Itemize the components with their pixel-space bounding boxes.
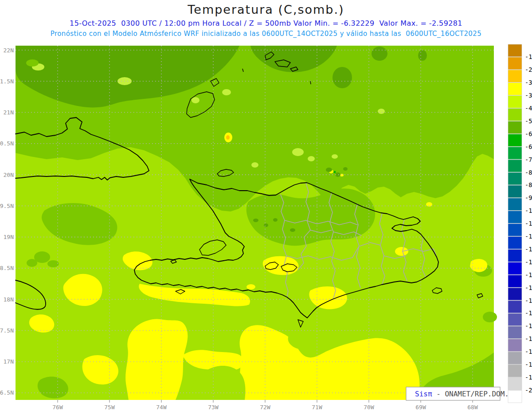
colorbar-label: -20	[525, 387, 532, 394]
colorbar-label: -10.9	[525, 220, 532, 227]
colorbar-swatch	[508, 172, 522, 185]
colorbar-swatch	[508, 211, 522, 223]
colorbar-label: -6.7	[525, 143, 532, 150]
colorbar-swatch	[508, 326, 522, 339]
colorbar-swatch	[508, 160, 522, 172]
colorbar-label: -8.1	[525, 169, 532, 176]
colorbar-swatch	[508, 301, 522, 313]
lat-tick-label: 21N	[4, 109, 14, 116]
colorbar-label: -10.2	[525, 207, 532, 214]
colorbar-swatch	[508, 198, 522, 211]
lat-tick-label: 17N	[4, 358, 14, 365]
longitude-axis: 76W75W74W73W72W71W70W69W68W	[52, 400, 478, 411]
colorbar-label: -17.9	[525, 348, 532, 355]
colorbar-swatch	[508, 365, 522, 377]
lon-tick-label: 68W	[467, 404, 478, 411]
colorbar-swatch	[508, 109, 522, 121]
colorbar-label: -18.6	[525, 361, 532, 368]
colorbar-swatch	[508, 83, 522, 95]
lon-tick-label: 75W	[104, 404, 115, 411]
lat-tick-label: 7.5N	[0, 327, 14, 334]
colorbar-swatch	[508, 44, 522, 57]
colorbar-swatch	[508, 352, 522, 364]
colorbar-swatch	[508, 249, 522, 262]
forecast-map: 22N1.5N21N0.5N20N9.5N19N8.5N18N7.5N17N6.…	[0, 42, 532, 411]
lat-tick-label: 1.5N	[0, 78, 14, 85]
shade-orange-speck	[226, 135, 230, 140]
colorbar-label: -6	[525, 130, 532, 137]
page-title: Temperatura (C,somb.)	[0, 3, 532, 16]
colorbar-swatch	[508, 313, 522, 326]
colorbar-label: -7.4	[525, 156, 532, 163]
branding-text: Sisπ - ONAMET/REP.DOM.	[415, 390, 509, 398]
colorbar-label: -2.5	[525, 66, 532, 73]
latitude-axis: 22N1.5N21N0.5N20N9.5N19N8.5N18N7.5N17N6.…	[0, 47, 14, 396]
lon-tick-label: 74W	[156, 404, 167, 411]
lat-tick-label: 22N	[4, 47, 14, 54]
colorbar-swatch	[508, 224, 522, 236]
lon-tick-label: 69W	[415, 404, 426, 411]
lon-tick-label: 72W	[260, 404, 270, 411]
colorbar: -1.8-2.5-3.2-3.9-4.6-5.3-6-6.7-7.4-8.1-8…	[508, 44, 532, 403]
colorbar-label: -3.2	[525, 79, 532, 86]
temperature-shading	[16, 46, 497, 400]
lat-tick-label: 20N	[4, 172, 14, 178]
colorbar-label: -11.6	[525, 233, 532, 240]
lon-tick-label: 70W	[364, 404, 374, 411]
colorbar-label: -3.9	[525, 92, 532, 99]
colorbar-label: -14.4	[525, 284, 532, 291]
lon-tick-label: 73W	[208, 404, 219, 411]
colorbar-label: -9.5	[525, 194, 532, 201]
colorbar-swatch	[508, 185, 522, 198]
colorbar-swatch	[508, 57, 522, 70]
colorbar-swatch	[508, 237, 522, 249]
colorbar-label: -8.8	[525, 181, 532, 188]
lon-tick-label: 76W	[52, 404, 63, 411]
colorbar-swatch	[508, 147, 522, 159]
lat-tick-label: 19N	[4, 234, 14, 240]
colorbar-label: -15.8	[525, 309, 532, 317]
colorbar-swatch	[508, 377, 522, 390]
colorbar-label: -5.3	[525, 117, 532, 125]
subtitle-model-info: Pronóstico con el Modelo Atmósferico WRF…	[0, 30, 532, 38]
lat-tick-label: 0.5N	[0, 140, 14, 147]
lon-tick-label: 71W	[312, 404, 322, 411]
colorbar-swatch	[508, 262, 522, 274]
colorbar-label: -4.6	[525, 105, 532, 112]
colorbar-label: -13	[525, 258, 532, 266]
brand-source: - ONAMET/REP.DOM.	[432, 390, 509, 398]
colorbar-swatch	[508, 288, 522, 300]
colorbar-label: -16.5	[525, 322, 532, 329]
colorbar-swatch	[508, 96, 522, 108]
colorbar-label: -17.2	[525, 335, 532, 342]
colorbar-swatch	[508, 390, 522, 403]
brand-name: Sisπ	[415, 390, 432, 398]
colorbar-label: -15.1	[525, 297, 532, 304]
colorbar-label: -1.8	[525, 53, 532, 60]
lat-tick-label: 18N	[4, 296, 14, 303]
colorbar-label: -13.7	[525, 271, 532, 278]
lat-tick-label: 6.5N	[0, 389, 14, 396]
colorbar-swatch	[508, 121, 522, 133]
subtitle-valid-time: 15-Oct-2025 0300 UTC / 12:00 pm Hora Loc…	[0, 19, 532, 27]
lat-tick-label: 9.5N	[0, 203, 14, 209]
colorbar-swatch	[508, 70, 522, 82]
colorbar-label: -12.3	[525, 246, 532, 253]
colorbar-swatch	[508, 134, 522, 146]
lat-tick-label: 8.5N	[0, 265, 14, 271]
colorbar-swatch	[508, 339, 522, 352]
colorbar-label: -19.3	[525, 374, 532, 381]
colorbar-swatch	[508, 275, 522, 287]
branding-box: Sisπ - ONAMET/REP.DOM.	[406, 387, 509, 400]
